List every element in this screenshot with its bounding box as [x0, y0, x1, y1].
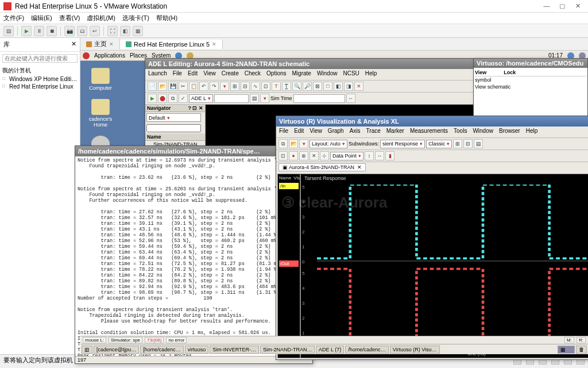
ade-menu-item[interactable]: File — [173, 70, 182, 79]
show-desktop-button[interactable]: ▥ — [82, 346, 92, 354]
subwin-dropdown[interactable]: sient Response — [380, 140, 425, 148]
viva-menu-item[interactable]: Help — [526, 128, 538, 136]
library-search-input[interactable] — [2, 54, 78, 63]
snapshot-mgr-button[interactable]: 🗂 — [77, 26, 87, 36]
tb-icon[interactable]: ↕ — [365, 151, 374, 160]
text-icon[interactable]: T — [272, 82, 281, 91]
tb-icon[interactable]: T̲ — [282, 82, 291, 91]
close-icon[interactable]: ✕ — [212, 41, 216, 47]
tb-icon[interactable]: ✕ — [310, 151, 319, 160]
fullscreen-button[interactable]: ⛶ — [107, 26, 118, 36]
tb-icon[interactable]: 📂 — [289, 139, 298, 148]
field-input[interactable] — [214, 94, 249, 103]
simtime-input[interactable] — [293, 94, 345, 103]
menu-help[interactable]: 帮助(H) — [156, 14, 177, 22]
tb-icon[interactable]: ▾ — [220, 82, 229, 91]
close-icon[interactable]: ✕ — [354, 82, 363, 91]
datapoint-dropdown[interactable]: Data Point — [330, 152, 363, 160]
tb-icon[interactable]: ⊞ — [230, 82, 239, 91]
tree-item[interactable]: Red Hat Enterprise Linux — [2, 83, 78, 90]
viva-tab[interactable]: ▣ Aurora-4 Sim-2NAND-TRAN ✕ — [278, 163, 366, 171]
tb-icon[interactable]: 💾 — [168, 82, 177, 91]
zoom-in-icon[interactable]: 🔍 — [292, 82, 301, 91]
list-item[interactable]: View schematic — [475, 83, 586, 90]
tb-icon[interactable]: ✓ — [179, 94, 188, 103]
tb-icon[interactable]: ● — [289, 151, 298, 160]
win-minimize-button[interactable]: — — [540, 2, 554, 9]
tb-icon[interactable]: ⊞ — [453, 139, 462, 148]
tb-icon[interactable]: ⊡ — [261, 82, 270, 91]
viva-window[interactable]: Virtuoso (R) Visualization & Analysis XL… — [276, 116, 588, 360]
viva-menu-item[interactable]: Tools — [454, 128, 467, 136]
win-close-button[interactable]: ✕ — [571, 2, 585, 10]
tb-icon[interactable]: ⊗ — [299, 151, 308, 160]
ade-menu-item[interactable]: Options — [266, 70, 286, 79]
rhel-desktop[interactable]: Applications Places System 01:17 Compute… — [80, 51, 588, 354]
tab-vm[interactable]: Red Hat Enterprise Linux 5✕ — [120, 40, 223, 49]
viva-menu-item[interactable]: Window — [473, 128, 493, 136]
zoom-out-icon[interactable]: 🔎 — [303, 82, 312, 91]
menu-file[interactable]: 文件(F) — [3, 14, 24, 22]
classic-dropdown[interactable]: Classic — [426, 140, 452, 148]
task-item[interactable]: ADE L (7) — [316, 346, 344, 354]
desktop-computer-icon[interactable]: Computer — [86, 68, 115, 91]
task-item[interactable]: Virtuoso (R) Visu… — [390, 346, 440, 354]
ade-menu-item[interactable]: NCSU — [343, 70, 359, 79]
tb-icon[interactable]: ⊟ — [463, 139, 473, 148]
snapshot-button[interactable]: 📷 — [64, 26, 75, 36]
tb-icon[interactable]: ◨ — [344, 82, 353, 91]
viva-menu-item[interactable]: Marker — [386, 128, 404, 136]
viva-menu-item[interactable]: File — [279, 128, 288, 136]
run-icon[interactable]: ▶ — [148, 94, 157, 103]
task-item[interactable]: /home/cadenc… — [345, 346, 389, 354]
viva-menu-item[interactable]: Measurements — [410, 128, 448, 136]
power-button[interactable]: ▶ — [21, 26, 32, 36]
adel-dropdown[interactable]: ADE L — [189, 94, 213, 103]
tb-icon[interactable]: ↔ — [346, 94, 355, 103]
viva-menu-item[interactable]: Edit — [294, 128, 304, 136]
tb-icon[interactable]: ⊡ — [278, 151, 288, 160]
task-item[interactable]: Sim-2NAND-TRAN… — [260, 346, 315, 354]
ade-menu-item[interactable]: Check — [245, 70, 261, 79]
tb-icon[interactable]: ▾ — [299, 139, 308, 148]
tb-icon[interactable]: ↶ — [199, 82, 208, 91]
revert-button[interactable]: ↩ — [90, 26, 100, 36]
ade-menu-item[interactable]: Migrate — [292, 70, 311, 79]
layout-dropdown[interactable]: Layout: Auto — [310, 140, 347, 148]
tb-icon[interactable]: ⊠ — [313, 82, 322, 91]
tb-icon[interactable]: 📄 — [148, 82, 157, 91]
tb-icon[interactable]: 📋 — [189, 82, 198, 91]
stop-button[interactable]: ⏹ — [47, 26, 57, 36]
task-item[interactable]: [home/cadenc… — [140, 346, 184, 354]
task-item[interactable]: virtuoso — [185, 346, 209, 354]
multimon-button[interactable]: ▦ — [133, 26, 143, 36]
menu-vm[interactable]: 虚拟机(M) — [87, 14, 115, 22]
viva-menu-item[interactable]: Graph — [328, 128, 344, 136]
ade-menu-item[interactable]: View — [203, 70, 216, 79]
viva-menu-item[interactable]: Browser — [499, 128, 520, 136]
tb-icon[interactable]: ▮ — [385, 151, 394, 160]
desktop-home-icon[interactable]: cadence's Home — [86, 99, 115, 128]
ade-menu-item[interactable]: Help — [365, 70, 377, 79]
tb-icon[interactable]: ↷ — [210, 82, 219, 91]
viva-menu-item[interactable]: View — [310, 128, 322, 136]
nav-search-input[interactable] — [146, 124, 201, 132]
signal-out[interactable]: /Out — [279, 260, 299, 267]
tb-icon[interactable]: 📂 — [158, 82, 167, 91]
win-maximize-button[interactable]: ▢ — [555, 2, 569, 10]
tb-icon[interactable]: ↔ — [375, 151, 384, 160]
nav-help-icon[interactable]: ? ⊡ ✕ — [188, 105, 204, 111]
tb-icon[interactable]: ▤ — [250, 94, 259, 103]
lib-toggle-button[interactable]: ▤ — [3, 26, 14, 36]
tb-icon[interactable]: ∿ — [251, 82, 260, 91]
close-icon[interactable]: ✕ — [109, 41, 114, 47]
stop-icon[interactable]: ⬤ — [158, 94, 167, 103]
menu-edit[interactable]: 编辑(E) — [31, 14, 52, 22]
tb-icon[interactable]: ⊹ — [320, 151, 329, 160]
list-item[interactable]: symbol — [475, 76, 586, 83]
viva-menu-item[interactable]: Axis — [350, 128, 361, 136]
gnome-menu-apps[interactable]: Applications — [94, 52, 125, 59]
tb-icon[interactable]: ⊟ — [241, 82, 250, 91]
suspend-button[interactable]: ⏸ — [34, 26, 44, 36]
waveform-plot[interactable]: Tarsent Response 543210 543210 025.050.0… — [300, 174, 588, 358]
